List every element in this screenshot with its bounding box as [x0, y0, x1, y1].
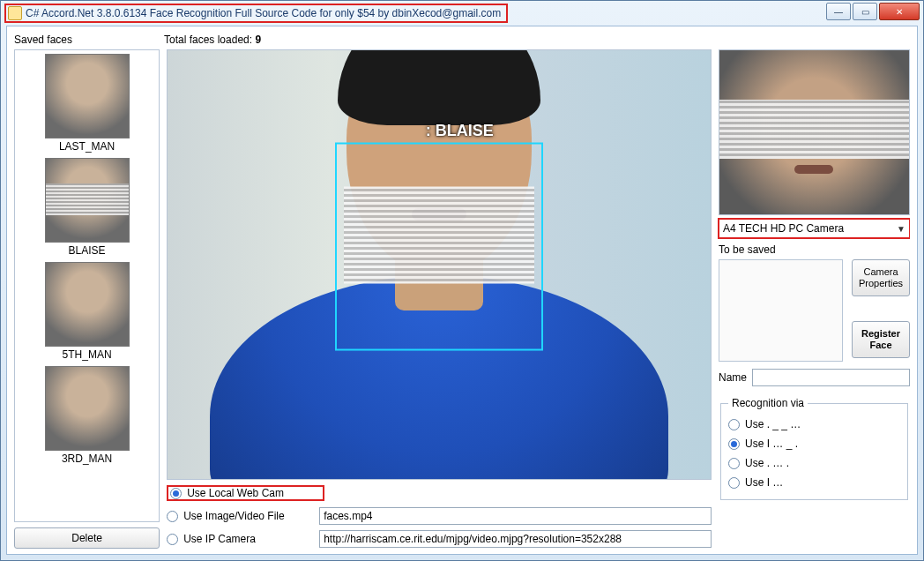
recognition-via-legend: Recognition via [728, 397, 808, 409]
radio-ip-camera[interactable] [167, 534, 178, 545]
camera-properties-button[interactable]: CameraProperties [852, 259, 910, 296]
radio-recog-1-label: Use . _ _ … [745, 418, 801, 430]
saved-faces-label: Saved faces [14, 34, 164, 46]
saved-faces-list[interactable]: LAST_MANBLAISE5TH_MAN3RD_MAN [14, 49, 160, 522]
maximize-button[interactable]: ▭ [853, 3, 877, 20]
radio-local-webcam[interactable] [170, 488, 182, 499]
source-options: Use Local Web Cam Use Image/Video File f… [167, 483, 712, 549]
to-be-saved-preview [719, 259, 843, 362]
titlebar: C# Accord.Net 3.8.0.6134 Face Recognitio… [1, 1, 923, 26]
camera-select[interactable]: A4 TECH HD PC Camera ▼ [719, 219, 910, 238]
name-input[interactable] [752, 369, 910, 386]
window-controls: — ▭ ✕ [826, 3, 920, 20]
face-thumbnail [45, 262, 130, 347]
video-preview: : BLAISE [167, 49, 712, 480]
face-caption: BLAISE [17, 244, 157, 257]
radio-recog-4-label: Use I … [745, 476, 783, 489]
face-thumbnail [45, 54, 130, 138]
saved-face-item[interactable]: 5TH_MAN [17, 262, 157, 361]
total-faces-label: Total faces loaded: 9 [164, 34, 261, 46]
recognized-name-label: : BLAISE [426, 122, 494, 140]
app-icon [8, 6, 22, 20]
center-column: : BLAISE Use Local Web Cam Us [167, 49, 712, 549]
captured-face-preview [719, 49, 910, 215]
face-caption: LAST_MAN [17, 140, 157, 153]
delete-button[interactable]: Delete [14, 527, 160, 549]
radio-recog-2-label: Use I … _ . [745, 438, 798, 450]
window-title: C# Accord.Net 3.8.0.6134 Face Recognitio… [26, 7, 501, 19]
to-be-saved-row: CameraProperties RegisterFace [719, 259, 910, 362]
radio-recog-2[interactable] [728, 438, 740, 450]
name-label: Name [719, 371, 747, 384]
face-thumbnail [45, 158, 130, 243]
use-local-webcam-highlight: Use Local Web Cam [167, 485, 324, 501]
ip-camera-url-input[interactable]: http://harriscam.ce.rit.edu/mjpg/video.m… [319, 530, 712, 548]
person-graphic: : BLAISE [245, 90, 633, 478]
radio-recog-4[interactable] [728, 477, 740, 489]
client-area: Saved faces Total faces loaded: 9 LAST_M… [6, 26, 918, 555]
saved-face-item[interactable]: LAST_MAN [17, 54, 157, 153]
right-column: A4 TECH HD PC Camera ▼ To be saved Camer… [719, 49, 910, 549]
face-caption: 3RD_MAN [17, 453, 157, 465]
radio-recog-3-label: Use . … . [745, 457, 789, 469]
register-face-button[interactable]: RegisterFace [852, 321, 910, 358]
minimize-button[interactable]: — [826, 3, 851, 20]
radio-recog-3[interactable] [728, 458, 740, 469]
radio-recog-1[interactable] [728, 419, 740, 430]
redaction-overlay [344, 187, 534, 284]
close-button[interactable]: ✕ [879, 3, 920, 20]
radio-image-video-label: Use Image/Video File [183, 510, 314, 522]
recognition-via-group: Recognition via Use . _ _ … Use I … _ . … [720, 397, 908, 500]
to-be-saved-label: To be saved [719, 243, 910, 256]
radio-ip-camera-label: Use IP Camera [183, 533, 314, 545]
title-highlight: C# Accord.Net 3.8.0.6134 Face Recognitio… [4, 4, 508, 23]
redaction-overlay [719, 100, 909, 159]
chevron-down-icon: ▼ [897, 224, 905, 234]
total-faces-value: 9 [255, 34, 261, 46]
saved-face-item[interactable]: 3RD_MAN [17, 366, 157, 465]
radio-local-webcam-label: Use Local Web Cam [187, 487, 317, 499]
face-bounding-box: : BLAISE [335, 143, 543, 351]
radio-image-video[interactable] [167, 511, 178, 522]
face-thumbnail [45, 366, 130, 451]
top-labels: Saved faces Total faces loaded: 9 [14, 32, 910, 48]
face-caption: 5TH_MAN [17, 348, 157, 361]
image-video-path-input[interactable]: faces.mp4 [319, 507, 712, 525]
main-row: LAST_MANBLAISE5TH_MAN3RD_MAN Delete : BL… [14, 49, 910, 549]
redaction-overlay [46, 183, 129, 215]
camera-select-value: A4 TECH HD PC Camera [723, 222, 844, 235]
app-window: C# Accord.Net 3.8.0.6134 Face Recognitio… [0, 0, 924, 561]
saved-face-item[interactable]: BLAISE [17, 158, 157, 257]
saved-faces-column: LAST_MANBLAISE5TH_MAN3RD_MAN Delete [14, 49, 160, 549]
name-row: Name [719, 369, 910, 386]
